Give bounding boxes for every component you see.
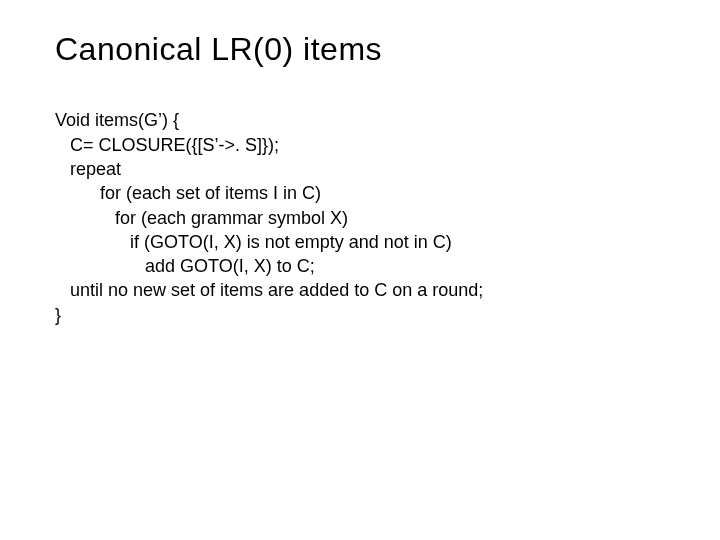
code-line: if (GOTO(I, X) is not empty and not in C… — [55, 232, 452, 252]
code-line: for (each grammar symbol X) — [55, 208, 348, 228]
code-line: repeat — [55, 159, 121, 179]
code-line: for (each set of items I in C) — [55, 183, 321, 203]
slide-title: Canonical LR(0) items — [55, 30, 665, 68]
slide: Canonical LR(0) items Void items(G’) { C… — [0, 0, 720, 540]
code-line: } — [55, 305, 61, 325]
code-line: until no new set of items are added to C… — [55, 280, 483, 300]
code-line: Void items(G’) { — [55, 110, 179, 130]
algorithm-code: Void items(G’) { C= CLOSURE({[S’->. S]})… — [55, 108, 665, 327]
code-line: C= CLOSURE({[S’->. S]}); — [55, 135, 279, 155]
code-line: add GOTO(I, X) to C; — [55, 256, 315, 276]
